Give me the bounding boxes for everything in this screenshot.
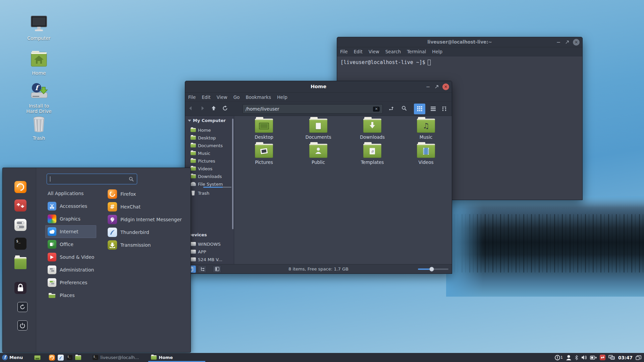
folder-templates[interactable]: a Templates [349, 144, 396, 165]
category-graphics[interactable]: Graphics [45, 213, 96, 225]
launcher-terminal[interactable]: $_ [65, 353, 74, 362]
sidebar-device-524mb[interactable]: 524 MB V... [191, 256, 232, 263]
zoom-slider[interactable] [418, 268, 448, 270]
app-thunderbird[interactable]: Thunderbird [108, 226, 186, 239]
sidebar-device-app[interactable]: APP [191, 248, 232, 255]
taskbar-window-terminal[interactable]: $_ liveuser@localh... [90, 353, 147, 362]
taskbar-menu-button[interactable]: f Menu [0, 355, 25, 360]
app-hexchat[interactable]: # HexChat [108, 200, 186, 213]
favorite-software-update-icon[interactable] [14, 199, 26, 212]
desktop-icon-computer[interactable]: Computer [23, 15, 54, 41]
back-button[interactable] [185, 106, 197, 112]
category-administration[interactable]: Administration [45, 263, 96, 276]
folder-desktop[interactable]: Desktop [240, 119, 287, 140]
sidebar-section-my-computer[interactable]: My Computer [188, 118, 226, 123]
compact-view-button[interactable] [439, 104, 450, 114]
category-accessories[interactable]: Accessories [45, 200, 96, 213]
zoom-slider-knob[interactable] [429, 267, 434, 272]
updates-tray-icon[interactable] [600, 355, 605, 360]
minimize-button[interactable]: − [554, 39, 563, 45]
sidebar-item-downloads[interactable]: Downloads [191, 173, 232, 180]
sidebar-item-pictures[interactable]: Pictures [191, 157, 232, 165]
favorite-files-icon[interactable] [14, 257, 26, 269]
menu-file[interactable]: File [337, 49, 351, 54]
location-entry[interactable]: /home/liveuser × [243, 104, 383, 114]
maximize-button[interactable] [563, 39, 572, 45]
up-button[interactable] [208, 106, 219, 112]
menu-go[interactable]: Go [230, 95, 243, 100]
restart-button[interactable] [17, 302, 28, 312]
network-icon[interactable] [608, 355, 615, 360]
menu-view[interactable]: View [366, 49, 382, 54]
search-icon[interactable] [398, 106, 410, 112]
expander-icon[interactable] [188, 120, 191, 122]
folder-music[interactable]: ♫ Music [402, 119, 449, 140]
sidebar-item-documents[interactable]: Documents [191, 142, 232, 149]
menu-search[interactable]: Search [382, 49, 404, 54]
maximize-button[interactable] [432, 83, 441, 90]
category-places[interactable]: Places [45, 289, 96, 302]
list-view-button[interactable] [427, 104, 439, 114]
category-internet[interactable]: Internet [45, 225, 96, 238]
bluetooth-icon[interactable] [575, 355, 578, 360]
close-button[interactable]: ✕ [573, 39, 580, 46]
favorite-terminal-icon[interactable]: $_ [14, 238, 26, 250]
app-pidgin[interactable]: Pidgin Internet Messenger [108, 213, 186, 226]
app-transmission[interactable]: Transmission [108, 239, 186, 251]
sidebar-item-trash[interactable]: Trash [191, 189, 232, 197]
sidebar-scrollbar[interactable] [232, 119, 233, 229]
battery-icon[interactable] [590, 355, 597, 360]
sidebar-item-file-system[interactable]: File System [191, 180, 232, 188]
window-list-icon[interactable] [636, 355, 641, 360]
favorite-firefox-icon[interactable] [14, 181, 26, 193]
minimize-button[interactable]: − [424, 84, 432, 90]
file-manager-content[interactable]: Desktop Documents Downloads ♫ Music Pict… [234, 116, 452, 264]
volume-icon[interactable] [581, 355, 587, 360]
forward-button[interactable] [197, 106, 208, 112]
close-button[interactable]: ✕ [442, 83, 449, 90]
desktop-icon-home[interactable]: Home [23, 50, 54, 76]
favorite-lock-screen-icon[interactable] [14, 282, 26, 294]
category-sound-video[interactable]: Sound & Video [45, 251, 96, 263]
menu-edit[interactable]: Edit [351, 49, 366, 54]
menu-help[interactable]: Help [274, 95, 290, 100]
launcher-files[interactable] [74, 353, 83, 362]
icon-view-button[interactable] [414, 104, 425, 114]
folder-videos[interactable]: Videos [402, 144, 449, 165]
menu-terminal[interactable]: Terminal [404, 49, 429, 54]
folder-pictures[interactable]: Pictures [240, 144, 287, 165]
menu-search-input[interactable] [47, 174, 137, 184]
notification-icon[interactable]: 1 [555, 355, 563, 360]
menu-edit[interactable]: Edit [199, 95, 214, 100]
sidebar-device-windows[interactable]: WINDOWS [191, 240, 232, 248]
app-firefox[interactable]: Firefox [108, 188, 186, 200]
desktop-icon-install[interactable]: f Install to Hard Drive [23, 82, 54, 114]
favorite-settings-icon[interactable] [14, 219, 26, 231]
clock[interactable]: 03:47 [618, 355, 633, 360]
user-applet-icon[interactable] [566, 355, 572, 360]
launcher-firefox[interactable] [48, 353, 56, 362]
clear-location-icon[interactable]: × [373, 107, 380, 112]
file-manager-titlebar[interactable]: Home − ✕ [185, 81, 452, 93]
launcher-thunderbird[interactable] [56, 353, 65, 362]
show-desktop-button[interactable] [33, 353, 42, 362]
toggle-location-entry-icon[interactable] [386, 106, 397, 112]
menu-bookmarks[interactable]: Bookmarks [243, 95, 274, 100]
category-preferences[interactable]: Preferences [45, 276, 96, 289]
refresh-button[interactable] [219, 106, 231, 112]
terminal-titlebar[interactable]: liveuser@localhost-live:~ − ✕ [337, 37, 582, 47]
sidebar-item-home[interactable]: Home [191, 126, 232, 134]
category-office[interactable]: Office [45, 238, 96, 251]
folder-public[interactable]: Public [295, 144, 342, 165]
folder-downloads[interactable]: Downloads [349, 119, 396, 140]
menu-file[interactable]: File [185, 95, 199, 100]
menu-help[interactable]: Help [429, 49, 445, 54]
sidebar-item-music[interactable]: Music [191, 149, 232, 157]
sidebar-item-videos[interactable]: Videos [191, 165, 232, 172]
menu-view[interactable]: View [214, 95, 230, 100]
taskbar-window-home[interactable]: Home [148, 353, 205, 362]
category-all-applications[interactable]: All Applications [45, 187, 96, 200]
shutdown-button[interactable] [17, 320, 28, 330]
folder-documents[interactable]: Documents [295, 119, 342, 140]
desktop-icon-trash[interactable]: Trash [23, 116, 54, 141]
